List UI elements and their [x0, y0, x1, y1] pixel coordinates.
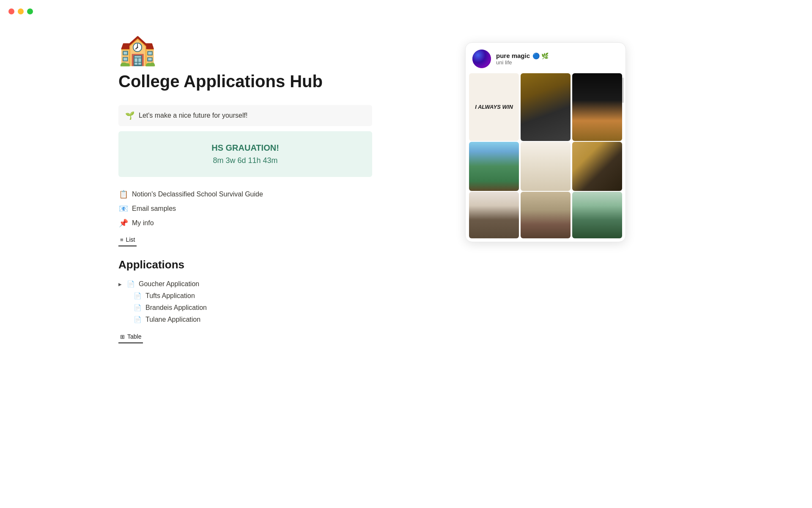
table-tab[interactable]: ⊞ Table: [118, 332, 143, 343]
app-item-0[interactable]: ▶ 📄 Goucher Application: [118, 278, 372, 290]
countdown-title: HS GRAUATION!: [125, 143, 365, 153]
list-tab-item[interactable]: ≡ List: [118, 235, 137, 244]
photo-people: [521, 192, 571, 238]
left-column: 🏫 College Applications Hub 🌱 Let's make …: [118, 34, 372, 343]
close-button[interactable]: [8, 8, 14, 14]
applications-title: Applications: [118, 258, 372, 271]
table-icon: ⊞: [120, 334, 125, 340]
text-cell-content: I ALWAYS WIN: [472, 100, 516, 114]
card-subtitle: uni life: [496, 59, 619, 66]
app-item-3[interactable]: 📄 Tulane Application: [134, 314, 372, 326]
doc-icon-2: 📄: [134, 304, 142, 312]
link-icon-1: 📧: [118, 204, 129, 213]
list-tab-label: List: [126, 236, 135, 243]
countdown-time: 8m 3w 6d 11h 43m: [125, 156, 365, 165]
main-content: 🏫 College Applications Hub 🌱 Let's make …: [68, 0, 744, 360]
doc-icon-3: 📄: [134, 316, 142, 323]
app-item-1[interactable]: 📄 Tufts Application: [134, 290, 372, 302]
image-row-2: [466, 142, 625, 192]
maximize-button[interactable]: [27, 8, 33, 14]
image-row-1: I ALWAYS WIN: [466, 73, 625, 142]
card-header: pure magic 🔵 🌿 uni life: [466, 43, 625, 73]
username: pure magic 🔵 🌿: [496, 52, 619, 59]
badges: 🔵 🌿: [532, 52, 549, 59]
link-icon-0: 📋: [118, 190, 129, 199]
app-name-0: Goucher Application: [139, 280, 199, 288]
user-info: pure magic 🔵 🌿 uni life: [496, 52, 619, 66]
card-body: I ALWAYS WIN: [466, 73, 625, 242]
table-tab-item[interactable]: ⊞ Table: [118, 332, 143, 341]
callout-text: Let's make a nice future for yourself!: [139, 112, 247, 119]
doc-icon-0: 📄: [127, 280, 135, 288]
link-item-2[interactable]: 📌 My info: [118, 216, 372, 230]
photo-cafe: [469, 192, 519, 238]
link-item-1[interactable]: 📧 Email samples: [118, 202, 372, 216]
minimize-button[interactable]: [18, 8, 24, 14]
app-name-2: Brandeis Application: [145, 304, 207, 312]
link-icon-2: 📌: [118, 218, 129, 228]
right-column: pure magic 🔵 🌿 uni life I ALWAYS WIN: [398, 34, 694, 343]
photo-campus: [469, 142, 519, 191]
callout-icon: 🌱: [125, 111, 134, 120]
table-lines: [543, 157, 548, 176]
traffic-lights: [8, 8, 33, 14]
text-cell: I ALWAYS WIN: [469, 73, 519, 141]
page-icon: 🏫: [118, 34, 372, 64]
scroll-indicator[interactable]: [622, 77, 624, 103]
photo-bookstore: [572, 192, 622, 238]
page-title: College Applications Hub: [118, 71, 372, 91]
expand-arrow-icon: ▶: [118, 282, 123, 287]
avatar: [472, 50, 491, 68]
photo-speaker: [572, 73, 622, 141]
callout-box: 🌱 Let's make a nice future for yourself!: [118, 105, 372, 126]
app-name-1: Tufts Application: [145, 292, 195, 300]
photo-studying: [572, 142, 622, 191]
link-text-2: My info: [132, 219, 154, 227]
links-section: 📋 Notion's Declassified School Survival …: [118, 187, 372, 230]
photo-boston-hoodie: [521, 73, 571, 141]
list-tab[interactable]: ≡ List: [118, 235, 137, 246]
photo-grades: [521, 142, 571, 191]
doc-icon-1: 📄: [134, 292, 142, 300]
link-item-0[interactable]: 📋 Notion's Declassified School Survival …: [118, 187, 372, 202]
link-text-0: Notion's Declassified School Survival Gu…: [132, 190, 263, 198]
table-tab-label: Table: [127, 333, 141, 340]
applications-list: ▶ 📄 Goucher Application 📄 Tufts Applicat…: [118, 278, 372, 326]
list-icon: ≡: [120, 237, 123, 243]
countdown-box: HS GRAUATION! 8m 3w 6d 11h 43m: [118, 131, 372, 177]
image-row-3: [466, 192, 625, 242]
link-text-1: Email samples: [132, 205, 176, 213]
app-name-3: Tulane Application: [145, 316, 200, 323]
pinterest-card: pure magic 🔵 🌿 uni life I ALWAYS WIN: [465, 42, 626, 242]
app-item-2[interactable]: 📄 Brandeis Application: [134, 302, 372, 314]
